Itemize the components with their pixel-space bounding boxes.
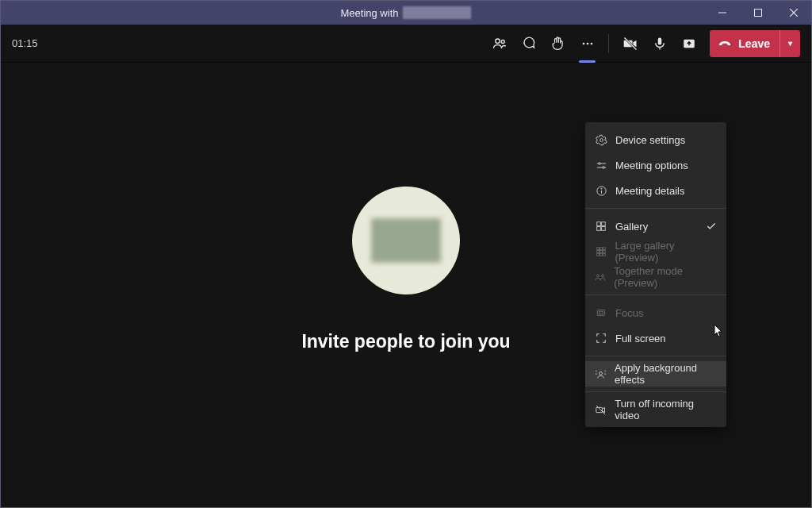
large-grid-icon bbox=[595, 246, 607, 257]
menu-device-settings[interactable]: Device settings bbox=[585, 127, 726, 152]
menu-label: Together mode (Preview) bbox=[614, 265, 717, 289]
svg-point-5 bbox=[501, 40, 504, 43]
avatar-image-redacted bbox=[371, 218, 441, 263]
svg-point-6 bbox=[582, 42, 584, 44]
info-icon bbox=[595, 185, 607, 197]
menu-large-gallery: Large gallery (Preview) bbox=[585, 239, 726, 264]
menu-label: Meeting options bbox=[615, 160, 688, 171]
svg-rect-31 bbox=[596, 253, 599, 256]
window-controls bbox=[704, 1, 811, 25]
leave-button[interactable]: Leave ▾ bbox=[710, 30, 800, 57]
close-button[interactable] bbox=[776, 1, 811, 25]
leave-label: Leave bbox=[738, 37, 770, 50]
titlebar: Meeting with bbox=[1, 1, 811, 25]
invite-heading: Invite people to join you bbox=[301, 331, 510, 352]
meeting-window: Meeting with 01:15 bbox=[0, 0, 812, 508]
background-effects-icon bbox=[595, 368, 607, 380]
menu-full-screen[interactable]: Full screen bbox=[585, 325, 726, 351]
svg-point-20 bbox=[601, 188, 602, 189]
toolbar-divider bbox=[608, 34, 609, 53]
avatar bbox=[352, 187, 460, 294]
svg-rect-1 bbox=[754, 10, 761, 17]
svg-rect-25 bbox=[596, 248, 599, 250]
svg-point-13 bbox=[599, 138, 603, 141]
svg-rect-24 bbox=[602, 227, 606, 231]
svg-point-4 bbox=[496, 39, 500, 43]
svg-rect-33 bbox=[603, 253, 605, 256]
chat-button[interactable] bbox=[515, 30, 542, 56]
menu-separator bbox=[585, 391, 726, 392]
svg-point-7 bbox=[586, 42, 588, 44]
leave-separator bbox=[779, 30, 780, 57]
menu-meeting-options[interactable]: Meeting options bbox=[585, 152, 726, 178]
minimize-button[interactable] bbox=[704, 1, 740, 25]
focus-icon bbox=[595, 307, 607, 318]
menu-label: Meeting details bbox=[615, 185, 684, 197]
chevron-down-icon[interactable]: ▾ bbox=[788, 39, 792, 48]
call-timer: 01:15 bbox=[12, 37, 38, 49]
menu-apply-background-effects[interactable]: Apply background effects bbox=[585, 361, 726, 387]
svg-point-8 bbox=[590, 42, 592, 44]
microphone-button[interactable] bbox=[646, 30, 672, 56]
svg-rect-26 bbox=[599, 248, 602, 250]
maximize-button[interactable] bbox=[740, 1, 776, 25]
svg-rect-11 bbox=[658, 37, 662, 44]
menu-meeting-details[interactable]: Meeting details bbox=[585, 178, 726, 203]
menu-focus: Focus bbox=[585, 300, 726, 325]
menu-label: Turn off incoming video bbox=[615, 398, 717, 421]
hangup-icon bbox=[718, 37, 732, 51]
menu-turn-off-incoming-video[interactable]: Turn off incoming video bbox=[585, 397, 726, 422]
gear-icon bbox=[595, 134, 607, 146]
svg-rect-27 bbox=[603, 248, 605, 250]
menu-label: Full screen bbox=[615, 333, 666, 344]
menu-label: Large gallery (Preview) bbox=[615, 240, 717, 264]
svg-rect-28 bbox=[596, 251, 599, 253]
menu-together-mode: Together mode (Preview) bbox=[585, 264, 726, 290]
svg-rect-37 bbox=[599, 311, 603, 314]
camera-button[interactable] bbox=[617, 30, 643, 56]
share-button[interactable] bbox=[676, 30, 702, 56]
title-participant-name-redacted bbox=[403, 6, 471, 19]
raise-hand-button[interactable] bbox=[545, 30, 571, 56]
menu-label: Device settings bbox=[615, 134, 685, 146]
svg-rect-21 bbox=[597, 222, 601, 226]
menu-separator bbox=[585, 294, 726, 295]
more-actions-menu: Device settings Meeting options Meeting … bbox=[585, 122, 726, 427]
svg-point-17 bbox=[602, 166, 604, 168]
menu-label: Gallery bbox=[615, 221, 648, 233]
toolbar-controls: Leave ▾ bbox=[486, 30, 800, 57]
check-icon bbox=[706, 221, 717, 232]
people-icon bbox=[595, 271, 606, 283]
svg-rect-23 bbox=[597, 227, 601, 231]
svg-line-44 bbox=[596, 405, 605, 414]
grid-icon bbox=[595, 221, 607, 232]
menu-separator bbox=[585, 356, 726, 356]
menu-label: Focus bbox=[615, 307, 643, 319]
meeting-toolbar: 01:15 bbox=[1, 25, 811, 63]
menu-separator bbox=[585, 208, 726, 209]
title-prefix: Meeting with bbox=[341, 7, 399, 19]
fullscreen-icon bbox=[595, 333, 607, 344]
more-actions-button[interactable] bbox=[574, 30, 600, 56]
svg-rect-36 bbox=[597, 310, 604, 316]
meeting-stage: Invite people to join you Device setting… bbox=[1, 63, 811, 507]
svg-rect-22 bbox=[602, 222, 606, 226]
menu-label: Apply background effects bbox=[615, 362, 717, 386]
svg-point-38 bbox=[599, 371, 603, 375]
svg-point-35 bbox=[602, 275, 604, 277]
participants-button[interactable] bbox=[486, 30, 512, 56]
svg-rect-29 bbox=[599, 251, 602, 253]
svg-point-34 bbox=[597, 275, 599, 277]
svg-rect-32 bbox=[599, 253, 602, 256]
svg-rect-30 bbox=[603, 251, 605, 253]
sliders-icon bbox=[595, 160, 607, 171]
menu-gallery[interactable]: Gallery bbox=[585, 214, 726, 239]
video-off-icon bbox=[595, 404, 607, 416]
svg-point-15 bbox=[598, 162, 600, 164]
